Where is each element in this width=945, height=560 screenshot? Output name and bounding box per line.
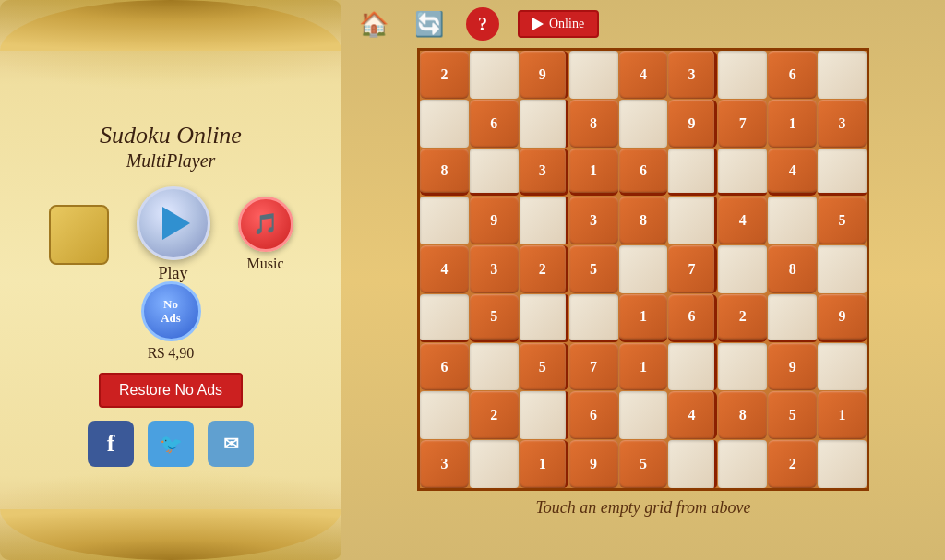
grid-cell[interactable] [520,197,568,244]
play-icon [162,207,190,240]
grid-cell[interactable] [470,51,519,99]
grid-cell[interactable] [520,391,568,439]
grid-cell[interactable] [818,245,867,293]
grid-cell: 4 [718,197,767,244]
grid-cell[interactable] [420,197,469,244]
play-button[interactable] [137,186,210,260]
email-icon: ✉ [223,433,239,455]
grid-cell: 1 [619,294,668,342]
grid-cell: 1 [520,440,568,488]
grid-cell[interactable] [818,343,867,391]
app-subtitle: MultiPlayer [126,150,216,172]
restore-no-ads-button[interactable]: Restore No Ads [99,373,243,408]
grid-cell[interactable] [420,100,469,148]
grid-cell[interactable] [619,245,668,293]
grid-cell[interactable] [718,51,767,99]
refresh-button[interactable]: 🔄 [411,7,448,41]
grid-cell: 5 [768,391,817,439]
grid-cell: 9 [818,294,867,342]
grid-cell: 4 [668,391,717,439]
grid-cell: 7 [569,343,618,391]
grid-cell[interactable] [569,51,618,99]
grid-cell[interactable] [470,440,519,488]
facebook-button[interactable]: f [88,421,134,467]
grid-cell: 8 [768,245,817,293]
grid-cell[interactable] [619,391,668,439]
controls-row: Play 🎵 Music [49,186,293,283]
no-ads-button[interactable]: NoAds [141,281,201,341]
sudoku-grid-wrapper: 2943668971383164938454325785162965719264… [417,48,869,491]
grid-cell: 2 [768,440,817,488]
grid-cell: 4 [420,245,469,293]
grid-cell: 6 [768,51,817,99]
grid-cell: 5 [569,245,618,293]
no-ads-label: NoAds [161,297,181,326]
home-icon: 🏠 [359,10,389,39]
grid-cell[interactable] [668,440,717,488]
grid-cell: 9 [520,51,568,99]
grid-cell[interactable] [668,197,717,244]
grid-cell[interactable] [420,391,469,439]
grid-cell[interactable] [520,294,568,342]
grid-cell: 2 [420,51,469,99]
grid-cell[interactable] [520,100,568,148]
online-label: Online [549,17,584,31]
grid-cell: 1 [768,100,817,148]
home-button[interactable]: 🏠 [355,7,392,41]
twitter-button[interactable]: 🐦 [148,421,194,467]
hint-text: Touch an empty grid from above [535,491,750,521]
grid-cell: 5 [619,440,668,488]
grid-cell: 7 [718,100,767,148]
grid-cell[interactable] [619,100,668,148]
grid-cell: 9 [768,343,817,391]
grid-cell: 8 [569,100,618,148]
grid-cell: 8 [718,391,767,439]
grid-cell[interactable] [818,51,867,99]
grid-cell[interactable] [569,294,618,342]
refresh-icon: 🔄 [414,10,444,39]
theme-box[interactable] [49,205,109,265]
grid-cell: 1 [569,149,618,197]
online-play-icon [532,18,544,30]
grid-cell: 2 [718,294,767,342]
grid-cell: 7 [668,245,717,293]
grid-cell[interactable] [470,343,519,391]
help-button[interactable]: ? [466,7,499,41]
grid-cell: 8 [619,197,668,244]
grid-cell[interactable] [718,343,767,391]
grid-cell: 3 [569,197,618,244]
email-button[interactable]: ✉ [208,421,254,467]
grid-cell[interactable] [718,149,767,197]
grid-cell: 3 [420,440,469,488]
music-label: Music [247,256,284,272]
sudoku-grid[interactable]: 2943668971383164938454325785162965719264… [417,48,869,491]
grid-cell[interactable] [768,197,817,244]
grid-cell: 6 [569,391,618,439]
grid-cell[interactable] [420,294,469,342]
grid-cell[interactable] [668,149,717,197]
price-text: R$ 4,90 [148,345,195,362]
grid-cell: 1 [619,343,668,391]
grid-cell[interactable] [768,294,817,342]
grid-cell: 8 [420,149,469,197]
grid-cell: 2 [520,245,568,293]
grid-cell: 9 [470,197,519,244]
twitter-icon: 🐦 [160,433,183,455]
grid-cell: 6 [420,343,469,391]
grid-cell: 1 [818,391,867,439]
left-panel: Sudoku Online MultiPlayer Play 🎵 Music N… [0,0,341,560]
grid-cell[interactable] [818,149,867,197]
grid-cell[interactable] [718,245,767,293]
grid-cell[interactable] [470,149,519,197]
social-row: f 🐦 ✉ [88,421,254,467]
grid-cell[interactable] [818,440,867,488]
online-button[interactable]: Online [518,10,599,38]
grid-cell: 3 [668,51,717,99]
grid-cell: 9 [668,100,717,148]
grid-cell[interactable] [718,440,767,488]
grid-cell[interactable] [668,343,717,391]
music-button[interactable]: 🎵 [238,197,293,252]
help-icon: ? [478,14,487,35]
grid-cell: 5 [470,294,519,342]
grid-cell: 5 [520,343,568,391]
